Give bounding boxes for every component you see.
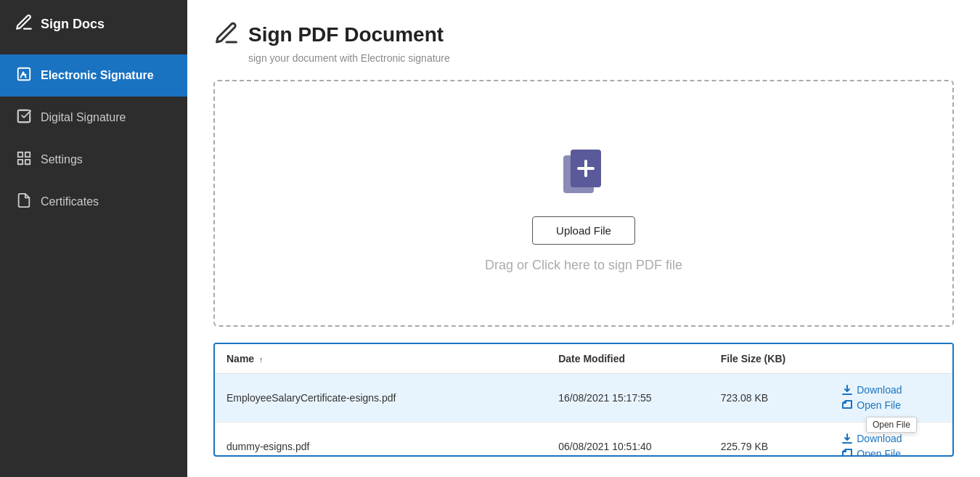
upload-area[interactable]: Upload File Drag or Click here to sign P…	[213, 80, 954, 327]
open-file-icon	[841, 399, 853, 411]
sidebar: Sign Docs Electronic Signature Digital S…	[0, 0, 187, 477]
svg-rect-2	[18, 152, 23, 157]
sidebar-nav: Electronic Signature Digital Signature S…	[0, 54, 187, 223]
sidebar-item-label: Digital Signature	[41, 111, 126, 124]
open-file-icon	[841, 448, 853, 457]
page-subtitle: sign your document with Electronic signa…	[248, 52, 954, 64]
download-icon	[841, 384, 853, 396]
upload-file-button[interactable]: Upload File	[532, 216, 635, 245]
sidebar-item-label: Certificates	[41, 195, 99, 208]
svg-rect-1	[18, 110, 30, 123]
open-file-button[interactable]: Open File	[838, 447, 904, 457]
sidebar-item-certificates[interactable]: Certificates	[0, 181, 187, 223]
main-content: Sign PDF Document sign your document wit…	[187, 0, 980, 477]
logo-icon	[15, 13, 33, 36]
open-file-tooltip: Open File	[866, 417, 917, 433]
table-row: EmployeeSalaryCertificate-esigns.pdf 16/…	[215, 374, 952, 423]
file-size: 723.08 KB	[709, 374, 828, 423]
file-name: dummy-esigns.pdf	[215, 423, 547, 457]
file-date: 16/08/2021 15:17:55	[547, 374, 709, 423]
svg-rect-3	[25, 152, 30, 157]
upload-hint: Drag or Click here to sign PDF file	[485, 258, 682, 273]
sidebar-item-settings[interactable]: Settings	[0, 139, 187, 181]
svg-rect-4	[18, 160, 23, 164]
page-title: Sign PDF Document	[248, 23, 444, 46]
settings-icon	[16, 150, 32, 169]
digital-signature-icon	[16, 108, 32, 127]
page-title-icon	[213, 20, 240, 49]
sidebar-item-electronic-signature[interactable]: Electronic Signature	[0, 54, 187, 97]
sidebar-item-label: Electronic Signature	[41, 69, 154, 82]
sidebar-logo: Sign Docs	[0, 0, 187, 49]
file-size: 225.79 KB	[709, 423, 828, 457]
file-actions: Download Open File Open File	[827, 374, 952, 423]
download-button[interactable]: Download	[838, 431, 905, 446]
svg-rect-5	[25, 160, 30, 164]
column-header-date: Date Modified	[547, 344, 709, 374]
open-file-button[interactable]: Open File	[838, 398, 904, 412]
sidebar-item-digital-signature[interactable]: Digital Signature	[0, 97, 187, 139]
table-header-row: Name ↑ Date Modified File Size (KB)	[215, 344, 952, 374]
column-header-size: File Size (KB)	[709, 344, 828, 374]
file-table-container: Name ↑ Date Modified File Size (KB) Empl…	[213, 343, 954, 457]
file-table: Name ↑ Date Modified File Size (KB) Empl…	[215, 344, 952, 457]
open-file-container: Open File Open File	[838, 398, 910, 412]
table-row: dummy-esigns.pdf 06/08/2021 10:51:40 225…	[215, 423, 952, 457]
page-title-row: Sign PDF Document	[213, 20, 954, 49]
certificates-icon	[16, 192, 32, 211]
file-date: 06/08/2021 10:51:40	[547, 423, 709, 457]
electronic-signature-icon	[16, 66, 32, 85]
column-header-name[interactable]: Name ↑	[215, 344, 547, 374]
upload-file-icon	[555, 142, 613, 203]
sort-arrow-icon: ↑	[259, 355, 264, 364]
download-button[interactable]: Download	[838, 383, 905, 397]
column-header-actions	[827, 344, 952, 374]
file-name: EmployeeSalaryCertificate-esigns.pdf	[215, 374, 547, 423]
sidebar-logo-text: Sign Docs	[41, 17, 105, 32]
sidebar-item-label: Settings	[41, 153, 83, 166]
download-icon	[841, 433, 853, 444]
page-header: Sign PDF Document sign your document wit…	[213, 20, 954, 64]
